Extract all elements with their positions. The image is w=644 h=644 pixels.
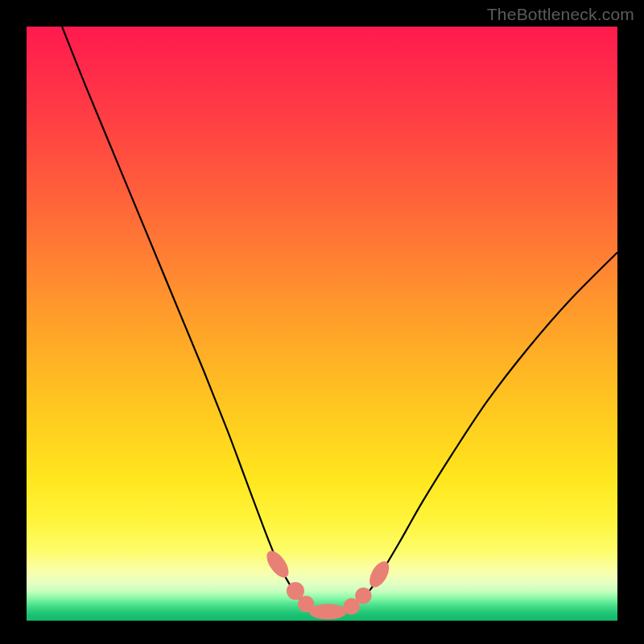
watermark-text: TheBottleneck.com [487, 5, 634, 24]
chart-marker [355, 588, 372, 605]
chart-frame: TheBottleneck.com [0, 0, 644, 644]
bottleneck-curve-path [62, 27, 617, 613]
chart-markers [262, 547, 393, 620]
chart-marker [309, 604, 347, 619]
chart-svg [27, 27, 617, 621]
chart-plot-area [27, 27, 617, 621]
chart-marker [365, 558, 393, 590]
chart-curve [62, 27, 617, 613]
chart-marker [262, 547, 293, 581]
